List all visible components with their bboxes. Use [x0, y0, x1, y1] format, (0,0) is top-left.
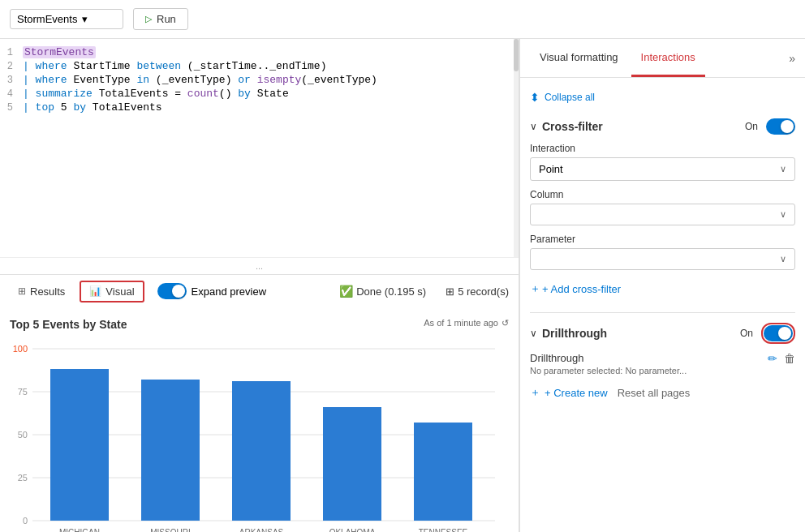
bottom-actions: ＋ + Create new Reset all pages [530, 385, 795, 400]
collapse-all-label: Collapse all [545, 92, 595, 103]
tab-results[interactable]: ⊞ Results [10, 282, 73, 301]
bar-tennessee[interactable] [414, 423, 472, 521]
code-token: by [238, 88, 251, 100]
top-bar: StormEvents ▾ ▷ Run [0, 0, 805, 39]
cross-filter-toggle[interactable] [766, 118, 795, 135]
code-token: EventType [73, 74, 136, 86]
code-line-1: 1 StormEvents [0, 45, 519, 59]
expand-preview-toggle[interactable]: Expand preview [157, 283, 267, 299]
code-token: in [136, 74, 149, 86]
code-token: StormEvents [23, 46, 96, 58]
section-divider [530, 312, 795, 313]
code-token: State [251, 88, 289, 100]
right-content: ⬍ Collapse all ∨ Cross-filter On Interac… [520, 78, 805, 532]
drillthrough-chevron[interactable]: ∨ [530, 328, 537, 339]
right-panel: Visual formatting Interactions » ⬍ Colla… [519, 39, 805, 532]
reset-pages-btn[interactable]: Reset all pages [618, 387, 691, 399]
code-token: between [136, 60, 181, 72]
chevron-down-icon: ∨ [780, 254, 786, 264]
code-token: () [219, 88, 238, 100]
interaction-value: Point [539, 163, 563, 175]
code-token: where [36, 74, 74, 86]
code-token: top [36, 101, 54, 114]
cross-filter-title: Cross-filter [542, 120, 740, 133]
code-token: | [23, 101, 36, 114]
run-icon: ▷ [145, 14, 152, 24]
results-tab-label: Results [30, 285, 65, 298]
code-line-4: 4 | summarize TotalEvents = count() by S… [0, 87, 519, 101]
code-token: where [36, 60, 74, 72]
add-cross-filter-btn[interactable]: ＋ + Add cross-filter [530, 278, 795, 299]
chart-timestamp: As of 1 minute ago ↺ [424, 318, 509, 328]
bar-chart: 100 75 50 25 0 MICHIGAN [10, 341, 497, 533]
parameter-label: Parameter [530, 234, 795, 245]
code-editor[interactable]: 1 StormEvents 2 | where StartTime betwee… [0, 39, 519, 257]
code-token: | [23, 88, 36, 100]
records-icon: ⊞ [446, 285, 454, 298]
drillthrough-delete-btn[interactable]: 🗑 [784, 352, 795, 365]
svg-text:OKLAHOMA: OKLAHOMA [329, 528, 376, 533]
code-line-3: 3 | where EventType in (_eventType) or i… [0, 73, 519, 87]
drillthrough-header: ∨ Drillthrough On [530, 323, 795, 344]
svg-text:MICHIGAN: MICHIGAN [59, 528, 100, 533]
interaction-dropdown[interactable]: Point ∨ [530, 157, 795, 181]
drillthrough-toggle[interactable] [764, 325, 793, 341]
column-label: Column [530, 189, 795, 200]
more-icon[interactable]: » [789, 52, 795, 65]
code-line-2: 2 | where StartTime between (_startTime.… [0, 59, 519, 73]
code-ellipsis: ... [0, 257, 519, 274]
expand-preview-label: Expand preview [192, 285, 267, 298]
chart-title: Top 5 Events by State [10, 318, 127, 331]
tab-visual-formatting[interactable]: Visual formatting [530, 39, 628, 77]
expand-toggle-switch[interactable] [157, 283, 187, 299]
run-button[interactable]: ▷ Run [133, 8, 188, 30]
right-tabs: Visual formatting Interactions » [520, 39, 805, 78]
cross-filter-chevron[interactable]: ∨ [530, 121, 537, 132]
svg-text:75: 75 [18, 387, 28, 397]
tab-visual[interactable]: 📊 Visual [80, 281, 144, 302]
svg-text:ARKANSAS: ARKANSAS [239, 528, 284, 533]
results-icon: ⊞ [18, 285, 26, 297]
dataset-select[interactable]: StormEvents ▾ [10, 9, 123, 29]
chevron-down-icon: ▾ [82, 13, 116, 25]
drillthrough-title: Drillthrough [542, 327, 735, 340]
drillthrough-item-desc: No parameter selected: No parameter... [530, 366, 687, 375]
bar-missouri[interactable] [141, 380, 200, 521]
add-filter-label: + Add cross-filter [542, 283, 621, 295]
code-token: (_eventType) [301, 74, 377, 86]
collapse-all-btn[interactable]: ⬍ Collapse all [530, 88, 795, 107]
drillthrough-actions: ✏ 🗑 [768, 352, 795, 365]
parameter-dropdown[interactable]: ∨ [530, 248, 795, 270]
code-token: 5 [54, 101, 73, 114]
column-dropdown[interactable]: ∨ [530, 204, 795, 225]
drillthrough-item-name: Drillthrough [530, 352, 687, 364]
code-token: isempty [257, 74, 302, 86]
code-panel: 1 StormEvents 2 | where StartTime betwee… [0, 39, 519, 532]
cross-filter-toggle-label: On [745, 121, 758, 132]
drillthrough-section: ∨ Drillthrough On Drillthrough No par [530, 323, 795, 400]
code-token: summarize [36, 88, 99, 100]
done-icon: ✅ [339, 285, 353, 298]
code-token: (_startTime.._endTime) [181, 60, 326, 72]
svg-text:50: 50 [18, 430, 28, 440]
svg-text:TENNESSEE: TENNESSEE [419, 528, 468, 533]
reset-pages-label: Reset all pages [618, 387, 691, 399]
code-token: | [23, 74, 36, 86]
status-done: ✅ Done (0.195 s) [339, 285, 426, 298]
plus-icon: ＋ [530, 385, 540, 400]
tab-interactions[interactable]: Interactions [631, 39, 705, 77]
code-token: or [238, 74, 251, 86]
bar-michigan[interactable] [50, 369, 109, 521]
chart-area: Top 5 Events by State As of 1 minute ago… [0, 308, 519, 533]
chevron-down-icon: ∨ [780, 164, 786, 174]
scrollbar[interactable] [514, 39, 519, 257]
drillthrough-toggle-label: On [740, 328, 753, 339]
bar-arkansas[interactable] [232, 381, 291, 521]
main-layout: 1 StormEvents 2 | where StartTime betwee… [0, 39, 805, 532]
code-token: | [23, 60, 36, 72]
drillthrough-edit-btn[interactable]: ✏ [768, 352, 777, 365]
visual-icon: 📊 [89, 285, 101, 297]
refresh-icon[interactable]: ↺ [502, 318, 509, 328]
bar-oklahoma[interactable] [323, 407, 381, 521]
create-new-btn[interactable]: ＋ + Create new [530, 385, 608, 400]
